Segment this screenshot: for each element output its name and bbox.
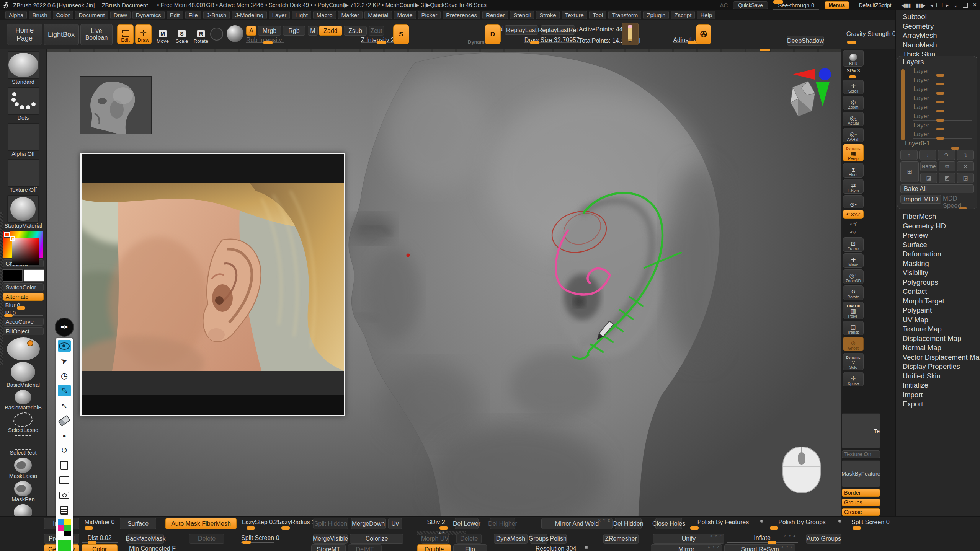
bottom-control[interactable]: Polish (550, 534, 567, 544)
mrgb-button[interactable]: Mrgb (258, 26, 281, 36)
palette-swatch[interactable] (64, 519, 71, 525)
tool-panel-section[interactable]: FiberMesh (896, 212, 980, 222)
menu-item[interactable]: Preferences (443, 11, 480, 19)
sculpt-head[interactable] (349, 52, 732, 516)
bottom-control[interactable]: Groups (530, 534, 547, 544)
accu-curve-button[interactable]: AccuCurve (3, 318, 44, 326)
camera-lock-button[interactable]: ⊙▪ (843, 195, 864, 208)
divider-right-icon[interactable]: ▮▮▮▸ (916, 2, 925, 8)
tray-item[interactable]: SelectLasso (8, 412, 38, 434)
menu-item[interactable]: J-Modeling (232, 11, 266, 19)
bottom-control[interactable]: Color (82, 544, 118, 551)
bpr-button[interactable]: BPR (843, 50, 864, 67)
screenshot-icon[interactable] (58, 489, 71, 501)
bottom-control[interactable]: Unify X Y Z (653, 534, 724, 544)
groups-button[interactable]: Groups (842, 499, 880, 506)
material-sphere-preview[interactable] (7, 337, 40, 360)
bottom-control[interactable]: Polish By Groups (767, 518, 837, 529)
gizmo-y-arrow[interactable] (816, 82, 830, 106)
crease-button[interactable]: Crease (842, 508, 880, 516)
bottom-control[interactable]: Auto Mask FiberMesh (165, 518, 237, 529)
tool-panel-section[interactable]: Unified Skin (896, 372, 980, 381)
merge-down-icon[interactable]: ◪ (920, 173, 937, 183)
menu-item[interactable]: Zscript (671, 11, 695, 19)
tool-panel-section[interactable]: Morph Target (896, 297, 980, 306)
bottom-control[interactable]: Double (417, 544, 451, 551)
rgb-button[interactable]: Rgb (283, 26, 305, 36)
new-layer-button[interactable]: ⊞ (900, 161, 919, 182)
menu-item[interactable]: Edit (167, 11, 183, 19)
layer-base-row[interactable]: Layer0-1 (901, 139, 977, 149)
tool-panel-section[interactable]: Subtool (896, 12, 980, 22)
gravity-strength-slider[interactable]: Gravity Strength 0 (846, 31, 897, 37)
bottom-control[interactable]: Split Screen 0 (851, 518, 884, 529)
gizmo-x-arrow[interactable] (793, 69, 815, 80)
mask-by-feature-box[interactable]: MaskByFeature (842, 460, 880, 487)
bottom-control[interactable]: Morph UV (421, 534, 449, 544)
tool-panel-section[interactable]: Masking (896, 259, 980, 269)
undo-icon[interactable]: ↺ (58, 445, 71, 456)
palette-swatch[interactable] (58, 519, 64, 525)
minimize-icon[interactable]: ⌄ (954, 2, 957, 8)
tool-panel-section[interactable]: Initialize (896, 381, 980, 390)
bottom-control[interactable]: Delete (456, 534, 482, 544)
secondary-color-swatch[interactable] (24, 269, 44, 282)
texture-on-button[interactable]: Texture On (842, 450, 880, 458)
lightbox-button[interactable]: LightBox (44, 24, 79, 45)
marker-tool-icon[interactable]: ✎ (58, 385, 71, 396)
invert-layer-icon[interactable]: ◲ (957, 173, 974, 183)
menu-item[interactable]: Tool (589, 11, 607, 19)
bottom-control[interactable]: Del Lower (455, 518, 479, 529)
tray-scroll-hatch[interactable] (0, 212, 3, 365)
bottom-control[interactable]: DelMT (348, 544, 382, 551)
hue-selector[interactable] (4, 232, 10, 237)
menu-item[interactable]: Render (482, 11, 508, 19)
menu-item[interactable]: Movie (394, 11, 416, 19)
layer-row[interactable]: Layer (910, 85, 973, 94)
texture-preview-box[interactable]: Te (842, 413, 880, 448)
tool-panel-section[interactable]: Deformation (896, 249, 980, 259)
pen-size-icon[interactable]: ● (58, 430, 71, 441)
tray-item[interactable]: BasicMaterialB (5, 390, 42, 411)
pen-app-icon[interactable]: ✒ (56, 318, 73, 336)
current-stroke[interactable]: Dots (8, 87, 39, 121)
menu-item[interactable]: Stroke (536, 11, 559, 19)
spix-slider[interactable]: SPix 3 (843, 68, 864, 78)
tool-panel-section[interactable]: UV Map (896, 315, 980, 325)
layers-scrollbar[interactable] (901, 69, 905, 140)
reference-image-panel[interactable] (80, 153, 345, 416)
frame-button[interactable]: ⊡Frame (843, 237, 864, 252)
bottom-control[interactable]: Del Higher (490, 518, 515, 529)
split-layer-icon[interactable]: ◩ (939, 173, 956, 183)
bottom-control[interactable]: Inflate X Y Z (727, 534, 798, 544)
current-alpha[interactable]: Alpha Off (8, 123, 39, 157)
zoom-button[interactable]: ◎Zoom (843, 96, 864, 110)
current-color-swatch[interactable] (58, 540, 71, 551)
menu-item[interactable]: Layer (269, 11, 290, 19)
alternate-button[interactable]: Alternate (3, 293, 44, 301)
layer-row[interactable]: Layer (910, 94, 973, 103)
bottom-control[interactable]: Uv (388, 518, 402, 529)
menu-item[interactable]: Marker (338, 11, 363, 19)
layer-row[interactable]: Layer (910, 76, 973, 85)
rgb-intensity-slider[interactable]: Rgb Intensity (246, 37, 284, 43)
blur-slider[interactable]: Blur 0 (3, 302, 44, 308)
bottom-control[interactable]: MergeVisible (313, 534, 348, 544)
timer-off-icon[interactable]: ◷ (58, 370, 71, 381)
switch-color-button[interactable]: SwitchColor (3, 283, 44, 291)
m-button[interactable]: M (308, 26, 318, 36)
draw-size-slider[interactable]: Draw Size 32.70957 (524, 37, 581, 43)
bottom-control[interactable]: Colorize (350, 534, 403, 544)
layer-row[interactable]: Layer (910, 103, 973, 112)
menu-item[interactable]: J-Brush (203, 11, 230, 19)
polyframe-button[interactable]: Line Fill ▦ PolyF (843, 302, 864, 319)
menu-item[interactable]: Help (697, 11, 715, 19)
persp-button[interactable]: Dynamic ▦ Persp (843, 144, 864, 161)
scroll-button[interactable]: ✛Scroll (843, 80, 864, 94)
zcut-button[interactable]: Zcut (369, 26, 384, 36)
see-through-slider[interactable]: See-through 0 (773, 2, 819, 8)
menus-button[interactable]: Menus (825, 1, 849, 9)
current-brush[interactable]: Standard (8, 51, 39, 85)
bake-all-button[interactable]: Bake All (900, 184, 974, 193)
quicksave-button[interactable]: QuickSave (733, 1, 768, 9)
